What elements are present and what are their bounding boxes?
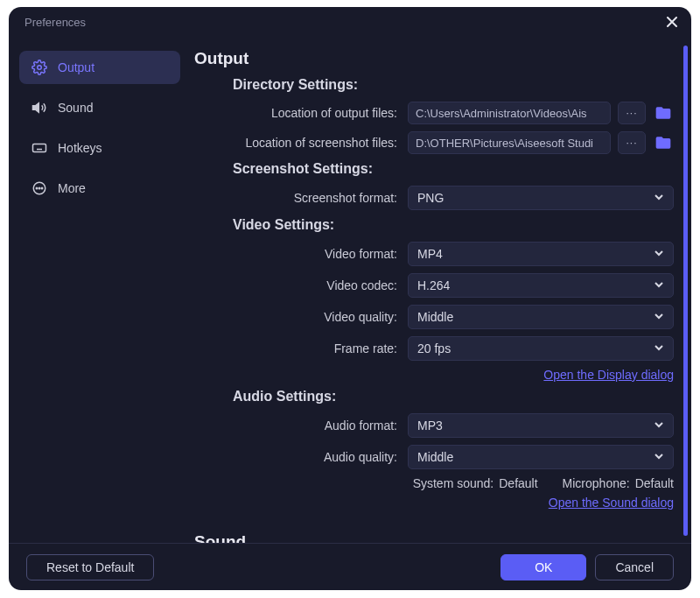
sidebar-item-sound[interactable]: Sound xyxy=(19,91,180,124)
chevron-down-icon xyxy=(654,278,664,292)
directory-settings-heading: Directory Settings: xyxy=(233,77,674,93)
audio-settings-heading: Audio Settings: xyxy=(233,389,674,405)
svg-point-5 xyxy=(38,187,40,189)
frame-rate-label: Frame rate: xyxy=(194,341,401,355)
sidebar-item-label: Output xyxy=(58,60,94,74)
sidebar-item-label: Sound xyxy=(58,101,93,115)
screenshot-settings-heading: Screenshot Settings: xyxy=(233,161,674,177)
output-files-browse-button[interactable] xyxy=(653,102,674,123)
sidebar-item-output[interactable]: Output xyxy=(19,51,180,84)
video-format-label: Video format: xyxy=(194,247,401,261)
svg-point-0 xyxy=(38,66,42,70)
screenshot-format-value: PNG xyxy=(417,191,444,205)
open-sound-dialog-link[interactable]: Open the Sound dialog xyxy=(549,496,674,510)
gear-icon xyxy=(32,60,47,75)
cancel-button[interactable]: Cancel xyxy=(595,554,674,580)
video-codec-select[interactable]: H.264 xyxy=(408,273,674,298)
video-quality-select[interactable]: Middle xyxy=(408,305,674,329)
svg-point-4 xyxy=(36,187,38,189)
screenshot-files-browse-button[interactable] xyxy=(653,132,674,153)
folder-icon xyxy=(654,134,672,151)
sidebar-item-label: More xyxy=(58,181,86,195)
screenshot-files-path[interactable]: D:\OTHER\Pictures\Aiseesoft Studi xyxy=(408,131,611,154)
section-title-sound: Sound xyxy=(194,532,674,543)
video-codec-value: H.264 xyxy=(417,278,450,292)
titlebar: Preferences xyxy=(9,7,691,37)
chevron-down-icon xyxy=(654,191,664,205)
microphone-label: Microphone: xyxy=(563,476,630,490)
audio-status-row: System sound:Default Microphone:Default xyxy=(194,476,674,490)
video-quality-value: Middle xyxy=(417,310,453,324)
section-title-output: Output xyxy=(194,49,674,68)
screenshot-files-more-button[interactable]: ··· xyxy=(618,131,646,154)
svg-marker-1 xyxy=(33,103,39,113)
sidebar: Output Sound Hotkeys More xyxy=(9,37,191,543)
audio-quality-value: Middle xyxy=(417,450,453,464)
audio-format-value: MP3 xyxy=(417,419,443,433)
video-format-select[interactable]: MP4 xyxy=(408,242,674,266)
audio-quality-label: Audio quality: xyxy=(194,450,401,464)
keyboard-icon xyxy=(32,140,47,156)
output-files-path[interactable]: C:\Users\Administrator\Videos\Ais xyxy=(408,102,611,124)
screenshot-files-label: Location of screenshot files: xyxy=(194,136,401,150)
chevron-down-icon xyxy=(654,247,664,261)
content-pane: Output Directory Settings: Location of o… xyxy=(191,37,691,543)
microphone-value: Default xyxy=(635,476,674,490)
sidebar-item-more[interactable]: More xyxy=(19,172,180,205)
close-button[interactable] xyxy=(663,13,681,31)
system-sound-value: Default xyxy=(499,476,537,490)
output-files-more-button[interactable]: ··· xyxy=(618,102,646,124)
screenshot-format-label: Screenshot format: xyxy=(194,191,401,205)
folder-icon xyxy=(654,104,672,122)
svg-point-6 xyxy=(41,187,43,189)
open-display-dialog-link[interactable]: Open the Display dialog xyxy=(543,368,674,382)
chevron-down-icon xyxy=(654,419,664,433)
audio-format-label: Audio format: xyxy=(194,419,401,433)
audio-quality-select[interactable]: Middle xyxy=(408,445,674,469)
footer: Reset to Default OK Cancel xyxy=(9,543,691,590)
chevron-down-icon xyxy=(654,341,664,355)
sidebar-item-label: Hotkeys xyxy=(58,141,102,155)
svg-rect-2 xyxy=(33,144,46,152)
speaker-icon xyxy=(32,100,47,116)
chevron-down-icon xyxy=(654,450,664,464)
ok-button[interactable]: OK xyxy=(500,554,586,580)
video-settings-heading: Video Settings: xyxy=(233,217,674,233)
chevron-down-icon xyxy=(654,310,664,324)
system-sound-label: System sound: xyxy=(413,476,494,490)
close-icon xyxy=(666,16,678,28)
video-format-value: MP4 xyxy=(417,247,443,261)
sidebar-item-hotkeys[interactable]: Hotkeys xyxy=(19,131,180,165)
video-codec-label: Video codec: xyxy=(194,278,401,292)
video-quality-label: Video quality: xyxy=(194,310,401,324)
frame-rate-value: 20 fps xyxy=(417,341,451,355)
audio-format-select[interactable]: MP3 xyxy=(408,413,674,438)
reset-to-default-button[interactable]: Reset to Default xyxy=(26,554,154,580)
more-icon xyxy=(32,180,47,196)
window-title: Preferences xyxy=(24,16,86,29)
frame-rate-select[interactable]: 20 fps xyxy=(408,336,674,361)
scrollbar[interactable] xyxy=(683,46,688,536)
output-files-label: Location of output files: xyxy=(194,106,401,120)
screenshot-format-select[interactable]: PNG xyxy=(408,186,674,210)
preferences-window: Preferences Output Sound xyxy=(9,7,691,590)
